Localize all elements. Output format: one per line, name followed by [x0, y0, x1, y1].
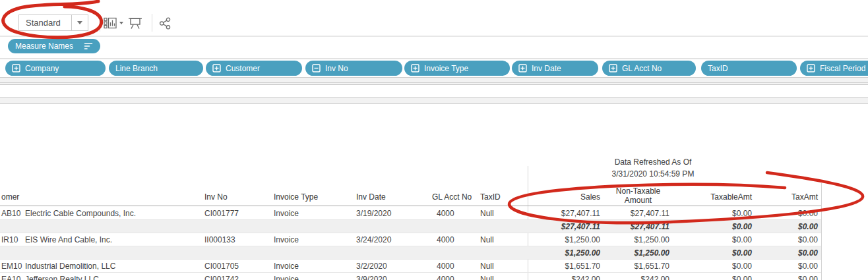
- taxid-cell[interactable]: Null: [480, 207, 494, 220]
- column-header-invoice-type[interactable]: Invoice Type: [274, 192, 318, 202]
- non-taxable-cell[interactable]: $242.00: [607, 273, 669, 280]
- presentation-mode-button[interactable]: [128, 17, 142, 30]
- non-taxable-subtotal-cell[interactable]: $1,250.00: [607, 246, 669, 260]
- non-taxable-cell[interactable]: $1,651.70: [607, 260, 669, 273]
- inv-date-cell[interactable]: 3/24/2020: [356, 233, 391, 246]
- gl-acct-cell[interactable]: 4000: [437, 273, 454, 280]
- table-row[interactable]: EM10 Industrial Demolition, LLC CI001705…: [0, 260, 821, 273]
- pill-gl-acct-no[interactable]: GL Acct No: [602, 61, 696, 76]
- invoice-type-cell[interactable]: Invoice: [274, 260, 299, 273]
- taxable-amt-cell[interactable]: $0.00: [689, 273, 752, 280]
- pill-inv-date[interactable]: Inv Date: [512, 61, 598, 76]
- table-subtotal-row[interactable]: $27,407.11 $27,407.11 $0.00 $0.00: [0, 220, 821, 233]
- inv-no-cell[interactable]: CI001705: [204, 260, 239, 273]
- shelf-divider: [0, 58, 868, 59]
- tax-amt-cell[interactable]: $0.00: [755, 207, 818, 220]
- pill-inv-no[interactable]: Inv No: [305, 61, 402, 76]
- tax-amt-subtotal-cell[interactable]: $0.00: [755, 246, 818, 260]
- pill-label: Company: [25, 64, 59, 73]
- non-taxable-cell[interactable]: $27,407.11: [607, 207, 669, 220]
- table-subtotal-row[interactable]: $1,250.00 $1,250.00 $0.00 $0.00: [0, 246, 821, 260]
- customer-code-cell[interactable]: IR10: [1, 233, 24, 246]
- pill-customer[interactable]: Customer: [206, 61, 302, 76]
- view-mode-dropdown-button[interactable]: [71, 15, 88, 30]
- invoice-type-cell[interactable]: Invoice: [274, 233, 299, 246]
- sales-cell[interactable]: $1,250.00: [538, 233, 600, 246]
- taxable-amt-subtotal-cell[interactable]: $0.00: [689, 246, 752, 260]
- chevron-down-icon: [77, 21, 82, 24]
- table-row[interactable]: IR10 EIS Wire And Cable, Inc. II000133 I…: [0, 233, 821, 246]
- taxable-amt-cell[interactable]: $0.00: [689, 260, 752, 273]
- sales-cell[interactable]: $27,407.11: [538, 207, 600, 220]
- inv-no-cell[interactable]: II000133: [204, 233, 235, 246]
- tax-amt-subtotal-cell[interactable]: $0.00: [755, 220, 818, 233]
- collapse-minus-icon[interactable]: [312, 64, 321, 72]
- non-taxable-cell[interactable]: $1,250.00: [607, 233, 669, 246]
- toolbar: Standard: [0, 0, 868, 37]
- customer-name-cell[interactable]: EIS Wire And Cable, Inc.: [25, 233, 112, 246]
- sales-subtotal-cell[interactable]: $27,407.11: [538, 220, 600, 233]
- tax-amt-cell[interactable]: $0.00: [755, 233, 818, 246]
- expand-plus-icon[interactable]: [411, 64, 419, 72]
- shelf-divider: [0, 84, 868, 85]
- column-header-inv-date[interactable]: Inv Date: [356, 192, 386, 202]
- taxable-amt-subtotal-cell[interactable]: $0.00: [689, 220, 752, 233]
- pill-fiscal-period[interactable]: Fiscal Period: [800, 61, 868, 76]
- taxid-cell[interactable]: Null: [480, 260, 494, 273]
- inv-date-cell[interactable]: 3/2/2020: [356, 260, 387, 273]
- gl-acct-cell[interactable]: 4000: [437, 207, 454, 220]
- show-hide-cards-button[interactable]: [104, 17, 123, 29]
- expand-plus-icon[interactable]: [807, 64, 815, 72]
- pill-label: Invoice Type: [424, 64, 468, 73]
- taxable-amt-cell[interactable]: $0.00: [689, 207, 752, 220]
- non-taxable-subtotal-cell[interactable]: $27,407.11: [607, 220, 669, 233]
- gl-acct-cell[interactable]: 4000: [437, 233, 454, 246]
- pill-invoice-type[interactable]: Invoice Type: [404, 61, 510, 76]
- taxid-cell[interactable]: Null: [480, 233, 494, 246]
- column-header-gl-acct-no[interactable]: GL Acct No: [432, 192, 472, 202]
- inv-date-cell[interactable]: 3/19/2020: [356, 207, 391, 220]
- invoice-type-cell[interactable]: Invoice: [274, 207, 299, 220]
- inv-no-cell[interactable]: CI001777: [204, 207, 239, 220]
- column-header-customer[interactable]: omer: [1, 192, 19, 202]
- column-header-taxable-amt[interactable]: TaxableAmt: [689, 192, 752, 202]
- view-mode-dropdown[interactable]: Standard: [18, 14, 88, 31]
- pill-taxid[interactable]: TaxID: [701, 61, 797, 76]
- gl-acct-cell[interactable]: 4000: [437, 260, 454, 273]
- column-header-sales[interactable]: Sales: [538, 192, 600, 202]
- column-header-taxid[interactable]: TaxID: [480, 192, 501, 202]
- pill-label: Fiscal Period: [820, 64, 865, 73]
- invoice-type-cell[interactable]: Invoice: [274, 273, 299, 280]
- measure-names-pill[interactable]: Measure Names: [8, 39, 100, 53]
- customer-code-cell[interactable]: EA10: [1, 273, 24, 280]
- inv-date-cell[interactable]: 3/9/2020: [356, 273, 387, 280]
- empty-shelf-row: [0, 97, 868, 104]
- share-button[interactable]: [159, 17, 171, 30]
- view-mode-value: Standard: [26, 15, 61, 30]
- taxid-cell[interactable]: Null: [480, 273, 494, 280]
- pill-line-branch[interactable]: Line Branch: [109, 61, 203, 76]
- expand-plus-icon[interactable]: [518, 64, 527, 72]
- pill-company[interactable]: Company: [5, 61, 106, 76]
- inv-no-cell[interactable]: CI001742: [204, 273, 239, 280]
- customer-code-cell[interactable]: AB10: [1, 207, 24, 220]
- customer-code-cell[interactable]: EM10: [1, 260, 24, 273]
- table-row[interactable]: EA10 Jefferson Realty LLC CI001742 Invoi…: [0, 273, 821, 280]
- customer-name-cell[interactable]: Jefferson Realty LLC: [25, 273, 99, 280]
- column-header-tax-amt[interactable]: TaxAmt: [755, 192, 818, 202]
- tax-amt-cell[interactable]: $0.00: [755, 273, 818, 280]
- column-header-inv-no[interactable]: Inv No: [204, 192, 228, 202]
- customer-name-cell[interactable]: Electric Cable Compounds, Inc.: [25, 207, 136, 220]
- column-header-non-taxable[interactable]: Non-Taxable Amount: [607, 186, 669, 205]
- tax-amt-cell[interactable]: $0.00: [755, 260, 818, 273]
- sales-cell[interactable]: $1,651.70: [538, 260, 600, 273]
- taxable-amt-cell[interactable]: $0.00: [689, 233, 752, 246]
- customer-name-cell[interactable]: Industrial Demolition, LLC: [25, 260, 115, 273]
- sales-subtotal-cell[interactable]: $1,250.00: [538, 246, 600, 260]
- sales-cell[interactable]: $242.00: [538, 273, 600, 280]
- expand-plus-icon[interactable]: [212, 64, 221, 72]
- pill-label: Customer: [226, 64, 260, 73]
- expand-plus-icon[interactable]: [12, 64, 20, 72]
- table-row[interactable]: AB10 Electric Cable Compounds, Inc. CI00…: [0, 207, 821, 220]
- expand-plus-icon[interactable]: [609, 64, 617, 72]
